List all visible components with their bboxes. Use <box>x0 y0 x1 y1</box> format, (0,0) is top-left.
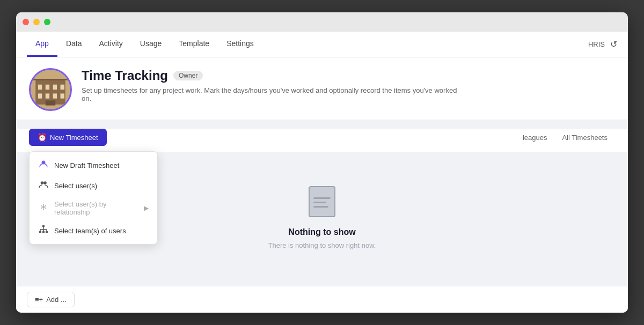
app-title: Time Tracking <box>82 68 168 83</box>
app-header: Time Tracking Owner Set up timesheets fo… <box>16 57 628 120</box>
svg-rect-28 <box>46 231 48 233</box>
svg-rect-37 <box>313 206 328 208</box>
sub-tab-all-timesheets[interactable]: All Timesheets <box>554 130 615 145</box>
chevron-right-icon: ▶ <box>144 204 149 212</box>
titlebar <box>16 12 628 32</box>
svg-rect-27 <box>42 231 45 233</box>
add-icon: ≡+ <box>35 296 43 304</box>
add-button[interactable]: ≡+ Add ... <box>27 292 75 307</box>
svg-rect-8 <box>53 93 57 98</box>
add-label: Add ... <box>46 296 67 304</box>
empty-state-subtitle: There is nothing to show right now. <box>268 241 376 249</box>
app-description: Set up timesheets for any project work. … <box>82 86 457 102</box>
owner-badge: Owner <box>173 71 203 80</box>
app-title-row: Time Tracking Owner <box>82 68 615 83</box>
app-window: App Data Activity Usage Template Setting… <box>16 12 628 313</box>
nav-right: HRIS ↺ <box>588 39 617 49</box>
dropdown-item-select-by-relationship: Select user(s) by relationship ▶ <box>30 196 157 220</box>
svg-rect-35 <box>313 197 331 199</box>
person-icon <box>38 159 49 171</box>
app-info: Time Tracking Owner Set up timesheets fo… <box>82 68 615 102</box>
sub-tabs-row: leagues All Timesheets <box>515 130 615 145</box>
sub-tab-leagues[interactable]: leagues <box>515 130 555 145</box>
dropdown-select-user-label: Select user(s) <box>54 182 97 190</box>
maximize-button[interactable] <box>44 19 50 25</box>
svg-rect-36 <box>313 202 326 203</box>
app-actions: ⏰ New Timesheet New Draft Timesheet <box>16 129 628 152</box>
alarm-icon: ⏰ <box>38 133 47 142</box>
bottom-bar: ≡+ Add ... <box>16 286 628 313</box>
empty-icon <box>305 184 339 219</box>
dropdown-select-relationship-label: Select user(s) by relationship <box>54 200 138 216</box>
asterisk-icon <box>38 202 49 214</box>
svg-rect-6 <box>38 93 42 98</box>
tab-data[interactable]: Data <box>57 32 91 57</box>
dropdown-new-draft-label: New Draft Timesheet <box>54 161 119 169</box>
empty-state-title: Nothing to show <box>288 227 355 237</box>
svg-rect-9 <box>61 93 64 98</box>
dropdown-select-team-label: Select team(s) of users <box>54 227 126 235</box>
tab-usage[interactable]: Usage <box>131 32 170 57</box>
svg-rect-26 <box>39 231 41 233</box>
dropdown-item-select-user[interactable]: Select user(s) <box>30 175 157 196</box>
org-icon <box>38 225 49 237</box>
nav-bar: App Data Activity Usage Template Setting… <box>16 32 628 57</box>
svg-rect-2 <box>38 85 42 90</box>
nav-tabs: App Data Activity Usage Template Setting… <box>27 32 588 57</box>
tab-activity[interactable]: Activity <box>91 32 131 57</box>
svg-rect-10 <box>46 100 56 105</box>
minimize-button[interactable] <box>33 19 40 25</box>
svg-rect-3 <box>46 85 49 90</box>
app-icon <box>29 68 72 111</box>
refresh-icon[interactable]: ↺ <box>610 39 617 49</box>
close-button[interactable] <box>23 19 29 25</box>
svg-rect-7 <box>46 93 49 98</box>
new-timesheet-label: New Timesheet <box>50 134 98 142</box>
new-timesheet-button[interactable]: ⏰ New Timesheet <box>29 129 107 146</box>
dropdown-menu: New Draft Timesheet Select user(s) <box>29 151 158 245</box>
tab-settings[interactable]: Settings <box>218 32 262 57</box>
dropdown-item-select-team[interactable]: Select team(s) of users <box>30 220 157 241</box>
tab-template[interactable]: Template <box>170 32 218 57</box>
users-icon <box>38 180 49 191</box>
svg-rect-4 <box>53 85 57 90</box>
hris-label: HRIS <box>588 40 605 48</box>
svg-rect-25 <box>42 225 45 227</box>
tab-app[interactable]: App <box>27 32 57 57</box>
content: Time Tracking Owner Set up timesheets fo… <box>16 57 628 313</box>
dropdown-item-new-draft[interactable]: New Draft Timesheet <box>30 155 157 175</box>
svg-rect-5 <box>61 85 64 90</box>
